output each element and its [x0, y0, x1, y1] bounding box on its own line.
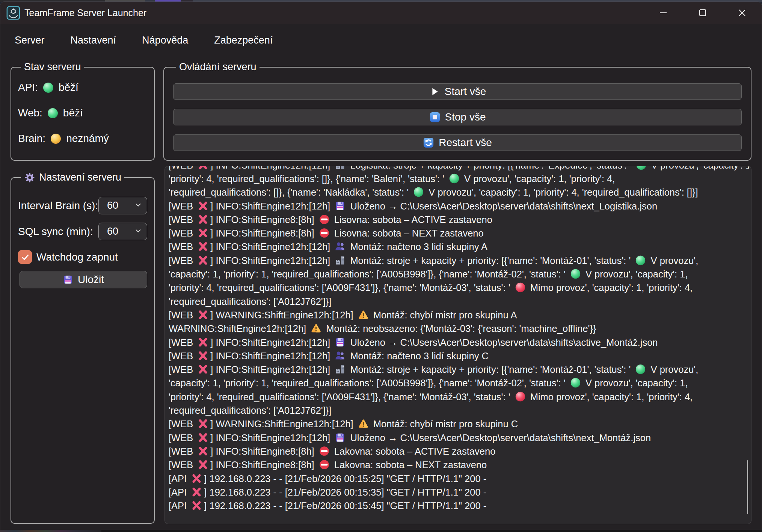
field-sql-sync: SQL sync (min): 60	[18, 223, 147, 240]
log-line: [WEB ] INFO:ShiftEngine12h:[12h] Montáž:…	[169, 349, 749, 363]
factory-icon	[335, 166, 346, 170]
field-label: SQL sync (min):	[18, 226, 93, 238]
chevron-down-icon	[134, 201, 142, 211]
cross-icon	[198, 166, 208, 170]
watchdog-checkbox[interactable]	[18, 250, 32, 264]
start-all-button[interactable]: Start vše	[173, 83, 742, 100]
play-icon	[429, 86, 440, 97]
log-line: [WEB ] INFO:ShiftEngine12h:[12h] Montáž:…	[169, 254, 749, 267]
log-line: [WEB ] INFO:ShiftEngine12h:[12h] Uloženo…	[169, 199, 749, 213]
green-ball-icon	[413, 187, 424, 197]
status-value: běží	[59, 81, 78, 93]
window-title: TeamFrame Server Launcher	[24, 2, 146, 24]
no-entry-icon	[319, 214, 330, 225]
log-line: [WEB ] INFO:ShiftEngine12h:[12h] Uloženo…	[169, 431, 749, 445]
green-ball-icon	[635, 255, 646, 266]
log-line: 'priority': 4, 'required_qualifications'…	[169, 172, 749, 185]
log-line: 'capacity': 1, 'priority': 1, 'required_…	[169, 267, 749, 281]
log-line: [WEB ] WARNING:ShiftEngine12h:[12h] Mont…	[169, 308, 749, 322]
log-line: [WEB ] INFO:ShiftEngine8:[8h] Lakovna: s…	[169, 445, 749, 458]
busts-icon	[335, 350, 346, 361]
control-panel-title: Ovládání serveru	[176, 61, 260, 73]
close-button[interactable]	[730, 2, 754, 24]
menubar: Server Nastavení Nápověda Zabezpečení	[15, 31, 273, 49]
menu-zabezpeceni[interactable]: Zabezpečení	[214, 31, 273, 49]
log-line: 'capacity': 1, 'priority': 1, 'required_…	[169, 376, 749, 390]
green-ball-icon	[636, 166, 647, 170]
server-log-output[interactable]: [WEB ] INFO:ShiftEngine12h:[12h] Logisti…	[164, 166, 751, 524]
status-row-web: Web: běží	[18, 106, 154, 120]
status-label: Brain:	[18, 133, 45, 145]
cross-icon	[198, 446, 208, 457]
warning-icon	[358, 309, 369, 320]
cross-icon	[198, 364, 208, 375]
menu-server[interactable]: Server	[15, 31, 45, 49]
watchdog-checkbox-label: Watchdog zapnut	[36, 251, 118, 263]
cross-icon	[191, 473, 202, 484]
log-line: [WEB ] INFO:ShiftEngine8:[8h] Lisovna: s…	[169, 213, 749, 226]
status-value: běží	[63, 107, 83, 119]
maximize-button[interactable]	[691, 2, 715, 24]
log-line: [WEB ] INFO:ShiftEngine8:[8h] Lisovna: s…	[169, 226, 749, 240]
stop-all-button[interactable]: Stop vše	[173, 109, 742, 125]
factory-icon	[335, 364, 346, 375]
status-label: Web:	[18, 107, 42, 119]
busts-icon	[335, 241, 346, 252]
status-ball-green-icon	[48, 108, 58, 118]
status-label: API:	[18, 81, 38, 93]
no-entry-icon	[319, 446, 330, 457]
log-line: 'priority': 4, 'required_qualifications'…	[169, 390, 749, 404]
warning-icon	[358, 418, 369, 429]
log-line: 'priority': 4, 'required_qualifications'…	[169, 281, 749, 294]
no-entry-icon	[319, 228, 330, 238]
log-lines: [WEB ] INFO:ShiftEngine12h:[12h] Logisti…	[169, 166, 749, 512]
save-button[interactable]: Uložit	[20, 271, 147, 288]
log-line: [API ] 192.168.0.223 - - [21/Feb/2026 00…	[169, 472, 749, 485]
cross-icon	[198, 255, 208, 266]
menu-napoveda[interactable]: Nápověda	[142, 31, 188, 49]
cross-icon	[198, 228, 208, 238]
warning-icon	[311, 323, 321, 334]
green-ball-icon	[449, 173, 460, 184]
floppy-icon	[335, 337, 346, 348]
floppy-icon	[335, 432, 346, 443]
settings-panel-title: Nastavení serveru	[21, 172, 124, 183]
chevron-down-icon	[134, 227, 142, 237]
red-ball-icon	[515, 391, 526, 402]
log-line: 'required_qualifications': ['A012J762']}…	[169, 404, 749, 417]
cross-icon	[198, 214, 208, 225]
cross-icon	[198, 200, 208, 211]
cross-icon	[198, 309, 208, 320]
field-interval-brain: Interval Brain (s): 60	[18, 197, 147, 214]
log-line: [WEB ] INFO:ShiftEngine12h:[12h] Uloženo…	[169, 336, 749, 349]
floppy-icon	[63, 274, 73, 285]
cross-icon	[191, 500, 202, 511]
status-value: neznámý	[66, 133, 109, 145]
log-line: [API ] 192.168.0.223 - - [21/Feb/2026 00…	[169, 485, 749, 499]
menu-nastaveni[interactable]: Nastavení	[71, 31, 116, 49]
interval-brain-select[interactable]: 60	[98, 197, 147, 214]
gear-icon	[24, 172, 35, 183]
watchdog-checkbox-row: Watchdog zapnut	[18, 250, 147, 264]
stop-icon	[429, 112, 441, 123]
factory-icon	[335, 255, 346, 266]
minimize-button[interactable]	[651, 2, 675, 24]
app-icon	[6, 6, 20, 20]
sql-sync-select[interactable]: 60	[98, 223, 147, 240]
log-line: [WEB ] INFO:ShiftEngine12h:[12h] Montáž:…	[169, 240, 749, 253]
settings-panel: Nastavení serveru Interval Brain (s): 60…	[11, 172, 155, 524]
status-ball-yellow-icon	[51, 134, 61, 144]
status-panel: Stav serveru API: běží Web: běží Brain: …	[11, 61, 155, 161]
titlebar: TeamFrame Server Launcher	[0, 2, 762, 24]
log-line: 'required_qualifications': ['A012J762']}…	[169, 295, 749, 308]
restart-all-button[interactable]: Restart vše	[173, 134, 742, 151]
cross-icon	[198, 459, 208, 470]
restart-icon	[423, 137, 434, 148]
log-line: 'required_qualifications': []}, {'name':…	[169, 185, 749, 199]
log-line: [API ] 192.168.0.223 - - [21/Feb/2026 00…	[169, 499, 749, 512]
control-panel: Ovládání serveru Start vše Stop vše Rest…	[163, 61, 751, 161]
field-label: Interval Brain (s):	[18, 200, 98, 212]
log-line: WARNING:ShiftEngine12h:[12h] Montáž: neo…	[169, 322, 749, 335]
cross-icon	[198, 350, 208, 361]
log-scrollbar[interactable]	[747, 460, 748, 514]
